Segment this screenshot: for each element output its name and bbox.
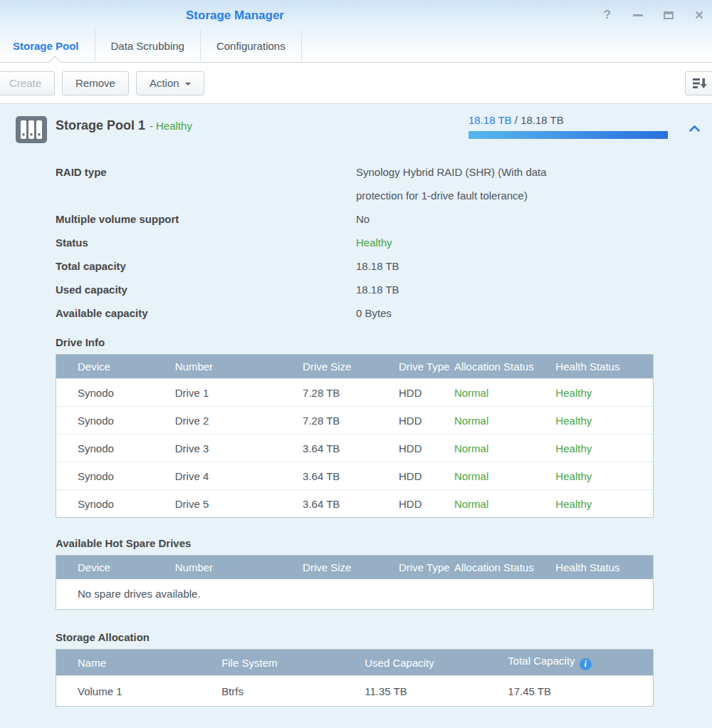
column-header-drive-type: Drive Type (399, 360, 454, 373)
pool-capacity: 18.18 TB / 18.18 TB (468, 114, 668, 139)
column-header-number: Number (175, 360, 303, 373)
total-capacity-label: Total Capacity (508, 655, 575, 667)
column-header-allocation-status: Allocation Status (454, 561, 555, 573)
storage-allocation-title: Storage Allocation (56, 631, 712, 644)
action-button[interactable]: Action (136, 71, 204, 95)
column-header-total-capacity: Total Capacityi (508, 655, 653, 670)
window-title: Storage Manager (0, 0, 470, 31)
tab-storage-pool[interactable]: Storage Pool (0, 30, 95, 62)
pool-header[interactable]: Storage Pool 1-Healthy 18.18 TB / 18.18 … (0, 104, 712, 157)
storage-pool-panel: Storage Pool 1-Healthy 18.18 TB / 18.18 … (0, 104, 712, 728)
hot-spare-title: Available Hot Spare Drives (56, 537, 712, 550)
action-button-label: Action (150, 77, 179, 89)
table-row[interactable]: Synodo Drive 5 3.64 TB HDD Normal Health… (56, 489, 653, 517)
capacity-divider: / (515, 114, 518, 126)
cell-allocation-status: Normal (454, 387, 555, 399)
create-button[interactable]: Create (0, 71, 55, 95)
cell-health-status: Healthy (555, 498, 653, 510)
column-header-used-capacity: Used Capacity (365, 657, 508, 669)
collapse-chevron-icon[interactable] (689, 123, 701, 135)
detail-value: 0 Bytes (356, 301, 591, 325)
column-header-number: Number (175, 561, 303, 573)
detail-row-used-capacity: Used capacity 18.18 TB (56, 278, 712, 301)
detail-value: 18.18 TB (356, 254, 591, 278)
cell-used-capacity: 11.35 TB (365, 685, 508, 697)
maximize-icon[interactable] (663, 9, 674, 21)
tab-configurations[interactable]: Configurations (201, 30, 301, 62)
toolbar: Create Remove Action (0, 63, 712, 104)
column-header-health-status: Health Status (555, 360, 653, 373)
drive-info-table: Device Number Drive Size Drive Type Allo… (56, 354, 654, 518)
sort-button[interactable] (685, 71, 712, 95)
detail-label: Used capacity (56, 278, 356, 301)
cell-health-status: Healthy (555, 387, 653, 399)
pool-total-capacity: 18.18 TB (520, 114, 564, 126)
cell-file-system: Btrfs (221, 685, 365, 697)
detail-row-raid-type: RAID type Synology Hybrid RAID (SHR) (Wi… (56, 160, 712, 207)
help-icon[interactable]: ? (602, 9, 613, 21)
capacity-progress-bar (468, 131, 668, 139)
hot-spare-table: Device Number Drive Size Drive Type Allo… (56, 555, 654, 610)
column-header-drive-type: Drive Type (399, 561, 454, 573)
pool-name-separator: - (150, 120, 153, 132)
detail-value: No (356, 207, 591, 231)
cell-health-status: Healthy (555, 415, 653, 427)
minimize-icon[interactable] (632, 9, 644, 21)
pool-used-capacity: 18.18 TB (468, 114, 512, 126)
sort-descending-icon (692, 77, 707, 90)
cell-allocation-status: Normal (454, 415, 555, 427)
detail-label: Multiple volume support (56, 207, 356, 231)
cell-health-status: Healthy (555, 470, 653, 482)
drive-info-title: Drive Info (56, 336, 712, 349)
column-header-file-system: File System (221, 657, 365, 669)
column-header-drive-size: Drive Size (303, 561, 399, 573)
cell-total-capacity: 17.45 TB (508, 685, 653, 697)
cell-number: Drive 5 (175, 498, 303, 510)
pool-name: Storage Pool 1 (56, 118, 145, 132)
cell-device: Synodo (56, 442, 175, 454)
table-row[interactable]: Synodo Drive 1 7.28 TB HDD Normal Health… (56, 378, 653, 406)
column-header-device: Device (56, 360, 175, 373)
tab-data-scrubbing[interactable]: Data Scrubbing (95, 30, 200, 62)
remove-button[interactable]: Remove (62, 71, 129, 95)
pool-status-badge: Healthy (156, 120, 192, 132)
cell-number: Drive 1 (175, 387, 303, 399)
pool-details: RAID type Synology Hybrid RAID (SHR) (Wi… (56, 160, 712, 325)
storage-allocation-table: Name File System Used Capacity Total Cap… (56, 649, 654, 707)
cell-device: Synodo (56, 498, 175, 510)
cell-drive-size: 3.64 TB (303, 470, 399, 482)
cell-drive-size: 3.64 TB (303, 498, 399, 510)
detail-label: Available capacity (56, 301, 356, 325)
cell-allocation-status: Normal (454, 498, 555, 510)
cell-health-status: Healthy (555, 442, 653, 454)
cell-number: Drive 3 (175, 442, 303, 454)
detail-row-status: Status Healthy (56, 231, 712, 254)
caret-down-icon (185, 83, 191, 85)
column-header-device: Device (56, 561, 175, 573)
column-header-name: Name (56, 657, 221, 669)
cell-device: Synodo (56, 470, 175, 482)
cell-drive-size: 3.64 TB (303, 442, 399, 454)
detail-value-status: Healthy (356, 231, 591, 254)
cell-drive-size: 7.28 TB (303, 415, 399, 427)
cell-drive-type: HDD (399, 442, 454, 454)
info-icon[interactable]: i (580, 658, 592, 670)
detail-value: Synology Hybrid RAID (SHR) (With data pr… (356, 160, 591, 207)
cell-device: Synodo (56, 415, 175, 427)
detail-label: Total capacity (56, 254, 356, 278)
table-row[interactable]: Synodo Drive 3 3.64 TB HDD Normal Health… (56, 434, 653, 462)
table-row[interactable]: Synodo Drive 2 7.28 TB HDD Normal Health… (56, 406, 653, 434)
cell-allocation-status: Normal (454, 442, 555, 454)
titlebar[interactable]: Storage Manager ? ✕ (0, 0, 712, 30)
close-icon[interactable]: ✕ (693, 9, 705, 21)
cell-number: Drive 4 (175, 470, 303, 482)
capacity-progress-fill (468, 131, 668, 139)
cell-drive-size: 7.28 TB (303, 387, 399, 399)
storage-manager-window: Storage Manager ? ✕ Storage Pool Data Sc… (0, 0, 712, 728)
cell-drive-type: HDD (399, 470, 454, 482)
empty-state-message: No spare drives available. (56, 579, 653, 609)
detail-label: RAID type (56, 160, 356, 207)
storage-pool-icon (14, 113, 48, 150)
table-row[interactable]: Volume 1 Btrfs 11.35 TB 17.45 TB (56, 675, 653, 706)
table-row[interactable]: Synodo Drive 4 3.64 TB HDD Normal Health… (56, 462, 653, 489)
